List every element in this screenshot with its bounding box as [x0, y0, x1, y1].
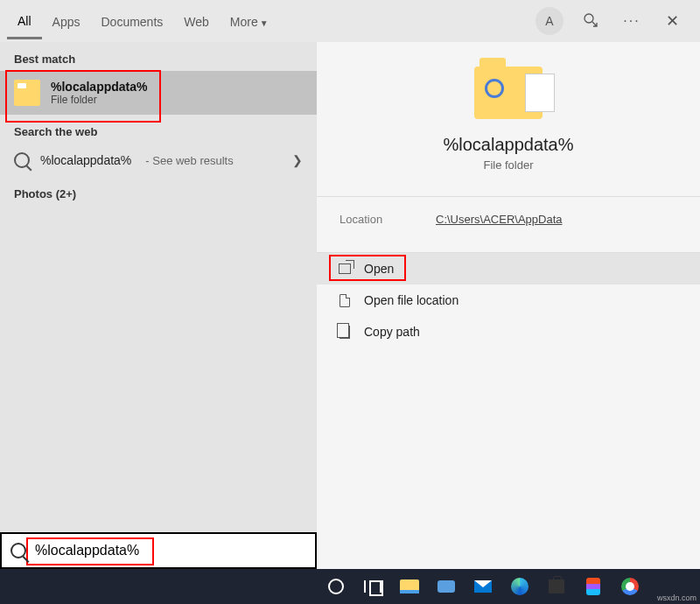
cortana-icon[interactable] — [324, 574, 348, 599]
web-result-title: %localappdata% — [40, 153, 131, 167]
watermark: wsxdn.com — [657, 593, 696, 602]
chevron-down-icon: ▼ — [260, 18, 269, 28]
action-label: Open file location — [364, 293, 458, 307]
close-icon[interactable]: ✕ — [660, 9, 684, 33]
results-pane: Best match %localappdata% File folder Se… — [0, 42, 317, 569]
tab-all[interactable]: All — [7, 4, 42, 39]
preview-title: %localappdata% — [444, 135, 574, 155]
open-icon — [338, 262, 352, 276]
feedback-icon[interactable] — [579, 9, 604, 33]
web-result-sub: - See web results — [145, 154, 233, 167]
location-label: Location — [340, 213, 436, 226]
action-label: Copy path — [364, 325, 420, 339]
best-match-label: Best match — [0, 42, 317, 71]
best-match-result[interactable]: %localappdata% File folder — [0, 71, 317, 115]
location-row: Location C:\Users\ACER\AppData — [317, 197, 700, 242]
location-value[interactable]: C:\Users\ACER\AppData — [436, 213, 563, 226]
folder-icon — [14, 80, 40, 106]
action-label: Open — [364, 262, 394, 276]
web-result[interactable]: %localappdata% - See web results ❯ — [0, 144, 317, 177]
action-open-location[interactable]: Open file location — [317, 284, 700, 316]
figma-icon[interactable] — [581, 574, 606, 599]
preview-pane: %localappdata% File folder Location C:\U… — [317, 42, 700, 569]
chevron-right-icon: ❯ — [292, 153, 303, 167]
search-web-label: Search the web — [0, 115, 317, 144]
search-tabs: All Apps Documents Web More▼ A ··· ✕ — [0, 0, 700, 42]
preview-subtitle: File folder — [483, 158, 533, 172]
result-title: %localappdata% — [51, 80, 147, 94]
tab-apps[interactable]: Apps — [42, 4, 91, 38]
weather-icon[interactable] — [434, 574, 458, 599]
store-icon[interactable] — [544, 574, 569, 599]
document-icon — [338, 293, 352, 307]
folder-large-icon — [474, 67, 542, 119]
mail-icon[interactable] — [471, 574, 495, 599]
svg-point-0 — [584, 14, 593, 23]
edge-icon[interactable] — [508, 574, 532, 599]
search-icon — [14, 152, 30, 168]
action-copy-path[interactable]: Copy path — [317, 316, 700, 348]
options-icon[interactable]: ··· — [620, 9, 644, 33]
search-icon — [10, 543, 26, 558]
copy-icon — [338, 325, 352, 339]
taskbar — [0, 569, 700, 604]
tab-web[interactable]: Web — [173, 4, 220, 38]
photos-label[interactable]: Photos (2+) — [0, 177, 317, 206]
tab-more[interactable]: More▼ — [220, 4, 279, 38]
search-box[interactable] — [0, 532, 317, 569]
search-input[interactable] — [35, 543, 306, 558]
action-open[interactable]: Open — [317, 253, 700, 284]
taskview-icon[interactable] — [360, 574, 385, 599]
result-subtitle: File folder — [51, 94, 147, 106]
file-explorer-icon[interactable] — [397, 574, 422, 599]
chrome-icon[interactable] — [618, 574, 642, 599]
user-avatar[interactable]: A — [536, 7, 564, 35]
tab-documents[interactable]: Documents — [90, 4, 173, 38]
